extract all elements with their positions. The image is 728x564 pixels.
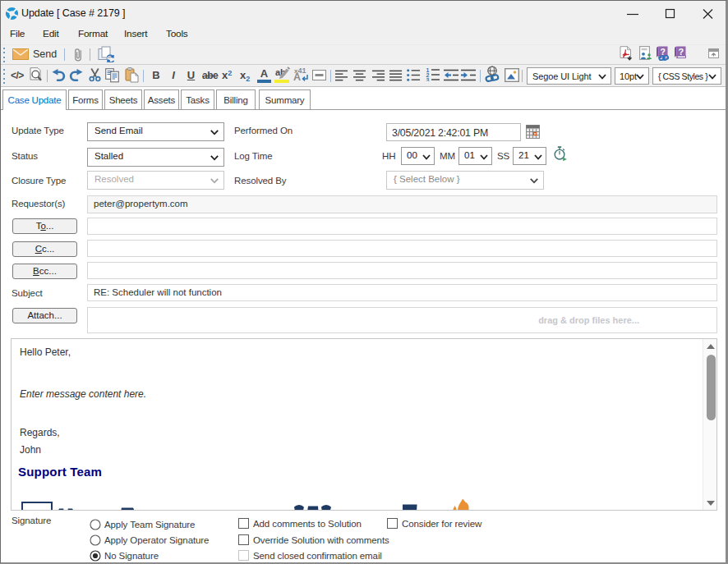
svg-text:?: ?: [679, 47, 684, 57]
svg-text:3: 3: [426, 77, 430, 82]
svg-text:?: ?: [661, 47, 666, 57]
